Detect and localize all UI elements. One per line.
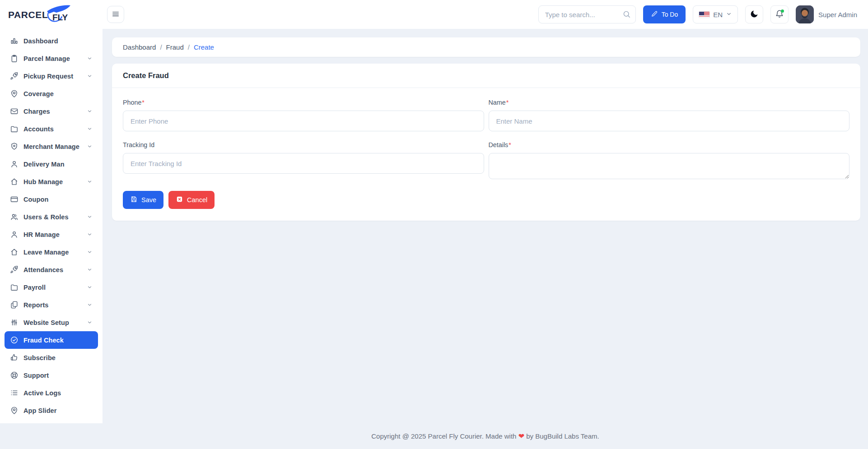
folder-icon xyxy=(10,283,19,292)
sidebar-item-label: Attendances xyxy=(23,266,63,273)
search-input[interactable] xyxy=(538,5,636,23)
file-copy-icon xyxy=(10,301,19,309)
cancel-icon xyxy=(176,195,183,204)
sidebar-item-hub-manage[interactable]: Hub Manage xyxy=(5,173,98,190)
moon-icon xyxy=(750,9,759,20)
sidebar-item-payroll[interactable]: Payroll xyxy=(5,278,98,296)
us-flag-icon xyxy=(699,11,710,18)
dark-mode-toggle[interactable] xyxy=(745,5,763,23)
chevron-down-icon xyxy=(87,126,93,132)
sidebar-item-reports[interactable]: Reports xyxy=(5,296,98,314)
svg-text:PARCEL: PARCEL xyxy=(8,9,48,20)
sidebar-item-delivery-man[interactable]: Delivery Man xyxy=(5,155,98,173)
sidebar-item-app-slider[interactable]: App Slider xyxy=(5,402,98,419)
sidebar-item-label: Pickup Request xyxy=(23,73,73,80)
sidebar-item-leave-manage[interactable]: Leave Manage xyxy=(5,243,98,261)
page-title: Create Fraud xyxy=(123,71,849,80)
footer: Copyright @ 2025 Parcel Fly Courier. Mad… xyxy=(103,432,868,440)
sidebar-item-label: Active Logs xyxy=(23,389,61,397)
map-pin-icon xyxy=(10,89,19,98)
breadcrumb: Dashboard/Fraud/Create xyxy=(112,37,860,57)
sidebar-item-merchant-manage[interactable]: Merchant Manage xyxy=(5,138,98,155)
cancel-button-label: Cancel xyxy=(187,196,207,204)
chevron-down-icon xyxy=(87,284,93,290)
global-search xyxy=(538,5,636,23)
sidebar-item-active-logs[interactable]: Active Logs xyxy=(5,384,98,402)
sidebar-item-label: Parcel Manage xyxy=(23,55,70,62)
name-input[interactable] xyxy=(489,111,850,131)
sidebar-item-website-setup[interactable]: Website Setup xyxy=(5,314,98,331)
field-tracking-id: Tracking Id xyxy=(123,141,484,179)
sidebar-item-label: App Slider xyxy=(23,407,57,414)
field-label: Phone* xyxy=(123,99,484,106)
menu-icon xyxy=(111,9,120,20)
sidebar-item-label: Coupon xyxy=(23,196,48,203)
sidebar-menu: DashboardParcel ManagePickup RequestCove… xyxy=(0,32,103,419)
language-selector[interactable]: EN xyxy=(693,5,738,23)
sidebar-item-accounts[interactable]: Accounts xyxy=(5,120,98,138)
sidebar-item-dashboard[interactable]: Dashboard xyxy=(5,32,98,50)
sidebar-item-pickup-request[interactable]: Pickup Request xyxy=(5,67,98,85)
sidebar-item-attendances[interactable]: Attendances xyxy=(5,261,98,278)
parcel-fly-logo-image: PARCEL FLY xyxy=(7,4,76,25)
chevron-down-icon xyxy=(87,214,93,220)
save-button-label: Save xyxy=(141,196,156,204)
user-menu[interactable]: Super Admin xyxy=(796,5,857,23)
create-fraud-card: Create Fraud Phone*Name*Tracking IdDetai… xyxy=(112,64,860,221)
breadcrumb-item-create: Create xyxy=(194,43,214,51)
field-details: Details* xyxy=(489,141,850,179)
required-asterisk: * xyxy=(142,99,145,106)
users-icon xyxy=(10,213,19,221)
thumbs-up-icon xyxy=(10,353,19,362)
notifications-button[interactable] xyxy=(770,5,789,23)
shield-icon xyxy=(10,142,19,151)
sidebar-item-coupon[interactable]: Coupon xyxy=(5,190,98,208)
sidebar-item-label: Payroll xyxy=(23,284,46,291)
sidebar-toggle-button[interactable] xyxy=(107,6,124,23)
tracking-id-input[interactable] xyxy=(123,153,484,174)
breadcrumb-item-dashboard[interactable]: Dashboard xyxy=(123,43,156,51)
card-body: Phone*Name*Tracking IdDetails* Save Canc… xyxy=(112,88,860,221)
field-label: Tracking Id xyxy=(123,141,484,148)
sidebar-item-charges[interactable]: Charges xyxy=(5,102,98,120)
chevron-down-icon xyxy=(87,108,93,114)
folder-icon xyxy=(10,125,19,133)
sliders-icon xyxy=(10,318,19,327)
svg-text:FLY: FLY xyxy=(52,13,68,22)
map-pin-icon xyxy=(10,406,19,415)
footer-text: Copyright @ 2025 Parcel Fly Courier. Mad… xyxy=(371,432,516,440)
card-icon xyxy=(10,195,19,204)
sidebar-item-fraud-check[interactable]: Fraud Check xyxy=(5,331,98,349)
sidebar-item-label: Website Setup xyxy=(23,319,69,326)
user-icon xyxy=(10,230,19,239)
sidebar-item-coverage[interactable]: Coverage xyxy=(5,85,98,102)
cancel-button[interactable]: Cancel xyxy=(168,191,215,209)
sidebar-item-support[interactable]: Support xyxy=(5,366,98,384)
chevron-down-icon xyxy=(87,143,93,149)
details-input[interactable] xyxy=(489,153,850,179)
field-name: Name* xyxy=(489,99,850,131)
sidebar-item-parcel-manage[interactable]: Parcel Manage xyxy=(5,50,98,67)
rocket-icon xyxy=(10,72,19,80)
heart-icon: ❤ xyxy=(518,432,524,440)
language-label: EN xyxy=(713,11,723,19)
todo-button-label: To Do xyxy=(662,11,678,18)
save-button[interactable]: Save xyxy=(123,191,163,209)
sidebar-item-users-roles[interactable]: Users & Roles xyxy=(5,208,98,226)
chevron-down-icon xyxy=(87,249,93,255)
app-header: PARCEL FLY To Do EN xyxy=(0,0,868,29)
required-asterisk: * xyxy=(509,141,511,148)
field-label: Details* xyxy=(489,141,850,148)
sidebar-item-hr-manage[interactable]: HR Manage xyxy=(5,226,98,243)
chevron-down-icon xyxy=(87,179,93,185)
parcel-fly-logo: PARCEL FLY xyxy=(0,4,94,25)
card-header: Create Fraud xyxy=(112,64,860,88)
breadcrumb-separator: / xyxy=(188,43,190,51)
breadcrumb-item-fraud[interactable]: Fraud xyxy=(166,43,184,51)
phone-input[interactable] xyxy=(123,111,484,131)
sidebar-item-label: Support xyxy=(23,372,49,379)
check-circle-icon xyxy=(10,336,19,344)
search-icon[interactable] xyxy=(622,10,631,19)
sidebar-item-subscribe[interactable]: Subscribe xyxy=(5,349,98,366)
todo-button[interactable]: To Do xyxy=(643,5,686,23)
